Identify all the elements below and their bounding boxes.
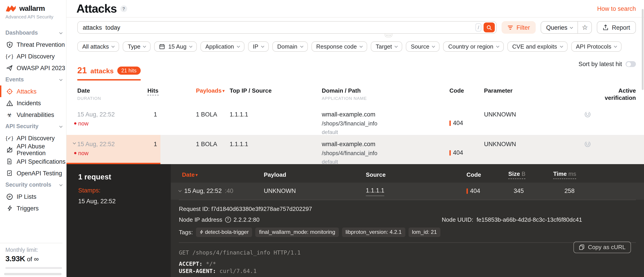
active-verification-cell[interactable] (584, 141, 636, 165)
chevron-down-icon (614, 45, 617, 48)
request-row[interactable]: 15 Aug, 22:52:40 UNKNOWN 1.1.1.1 404 345… (171, 182, 644, 199)
col-domain: Domain / Path APPLICATION NAME (322, 87, 450, 102)
how-to-search-link[interactable]: How to search (597, 5, 636, 12)
search-query-text[interactable]: attacks today (83, 24, 476, 31)
tag-libproton-version[interactable]: libproton_version: 4.2.1 (342, 227, 405, 237)
attack-row-expanded[interactable]: 15 Aug, 22:52 now 1 1 BOLA 1.1.1.1 wmall… (66, 135, 644, 164)
col-payloads-sorted[interactable]: Payloads▾ (196, 87, 230, 102)
filter-chip-ip[interactable]: IP (248, 41, 269, 52)
bolt-icon (6, 205, 13, 211)
checklist-icon (6, 170, 13, 176)
search-button[interactable] (484, 23, 495, 32)
sidebar-item-api-abuse-prevention[interactable]: API Abuse Prevention (0, 144, 66, 156)
sidebar-item-api-discovery[interactable]: {✓} API Discovery (0, 50, 66, 62)
slash-shortcut-hint: / (476, 23, 481, 32)
horizontal-scrollbar[interactable] (4, 273, 62, 275)
attack-status: now (74, 120, 148, 127)
attack-payloads: 1 BOLA (196, 141, 230, 165)
sidebar-section-security-controls[interactable]: Security controls (0, 179, 66, 191)
stamp-value: 15 Aug, 22:52 (78, 198, 171, 204)
filter-chip-application[interactable]: Application (200, 41, 244, 52)
sidebar-item-api-specifications[interactable]: API Specifications (0, 156, 66, 167)
sidebar-item-incidents[interactable]: Incidents (0, 97, 66, 109)
report-button[interactable]: Report (597, 21, 636, 34)
vertical-scrollbar[interactable] (642, 9, 644, 90)
active-verification-cell[interactable] (584, 111, 636, 135)
tag-final-wallarm-mode[interactable]: final_wallarm_mode: monitoring (256, 227, 339, 237)
favorite-star-button[interactable]: ☆ (578, 22, 592, 33)
monthly-of: of (27, 255, 32, 262)
filter-chip-source[interactable]: Source (406, 41, 440, 52)
request-source[interactable]: 1.1.1.1 (366, 187, 384, 196)
col-date-sorted[interactable]: Date▾ (179, 171, 264, 178)
brand-logo[interactable]: wallarm (0, 0, 66, 13)
sidebar-item-vulnerabilities[interactable]: ☣ Vulnerabilities (0, 109, 66, 121)
sort-toggle[interactable] (626, 61, 636, 67)
monthly-used: 3.93K (6, 254, 25, 263)
node-ip-line: Node IP address ? 2.2.2.2:80 (179, 216, 442, 223)
attacks-table-header: Date DURATION Hits Payloads▾ Top IP / So… (66, 84, 644, 106)
chevron-down-icon (59, 124, 62, 127)
filter-chip-country[interactable]: Country or region (443, 41, 504, 52)
filter-chip-domain[interactable]: Domain (272, 41, 308, 52)
filter-button[interactable]: Filter (502, 21, 536, 34)
sidebar-item-threat-prevention[interactable]: Threat Prevention (0, 39, 66, 50)
queries-dropdown[interactable]: Queries (541, 22, 578, 33)
requests-table-header: Date▾ Payload Source Code Size B Time ms (179, 164, 636, 179)
attack-row[interactable]: 15 Aug, 22:52 now 1 1 BOLA 1.1.1.1 wmall… (66, 106, 644, 135)
attack-top-ip: 1.1.1.1 (230, 111, 322, 135)
attack-detail-panel: 1 request Stamps: 15 Aug, 22:52 Date▾ Pa… (66, 164, 644, 277)
chevron-down-icon (59, 31, 62, 34)
col-time[interactable]: Time ms (550, 170, 636, 179)
ip-circle-icon: IP (6, 193, 13, 200)
request-meta: Request ID: f7d1840d63380e3f9278ae757d20… (179, 200, 636, 237)
sidebar-item-openapi-testing[interactable]: OpenAPI Testing (0, 167, 66, 179)
tag-lom-id[interactable]: lom_id: 21 (408, 227, 440, 237)
document-icon (6, 158, 13, 165)
filter-chip-type[interactable]: Type (123, 41, 151, 52)
search-resize-handle[interactable] (385, 34, 392, 37)
attacks-count: 21 (77, 66, 87, 76)
col-payload: Payload (264, 171, 366, 178)
chevron-down-icon[interactable] (178, 189, 182, 192)
live-dot-icon (74, 122, 76, 125)
request-id-value: f7d1840d63380e3f9278ae757d202297 (212, 205, 312, 212)
sidebar-item-label: OpenAPI Testing (17, 170, 62, 176)
sidebar-section-events[interactable]: Events (0, 74, 66, 85)
filter-chip-api-protocols[interactable]: API Protocols (571, 41, 622, 52)
copy-as-curl-button[interactable]: Copy as cURL (574, 241, 631, 253)
sidebar-section-dashboards[interactable]: Dashboards (0, 27, 66, 39)
monthly-limit-value: 3.93Kof ∞ (6, 254, 62, 263)
chevron-down-icon (360, 45, 363, 48)
sidebar-item-label: API Specifications (17, 158, 66, 165)
requests-count: 1 request (78, 172, 171, 181)
filter-chip-cve[interactable]: CVE and exploits (508, 41, 568, 52)
page-header: Attacks ? How to search (66, 0, 644, 18)
detail-summary: 1 request Stamps: 15 Aug, 22:52 (66, 164, 171, 277)
attack-parameter: UNKNOWN (484, 111, 584, 135)
tag-detect-bola-trigger[interactable]: detect-bola-trigger (196, 227, 252, 237)
col-source: Source (366, 171, 466, 178)
sidebar-section-api-security[interactable]: API Security (0, 121, 66, 132)
sidebar-item-api-discovery-2[interactable]: {✓} API Discovery (0, 132, 66, 144)
search-input[interactable]: attacks today / (77, 21, 496, 34)
filter-chip-date[interactable]: 15 Aug (154, 41, 197, 52)
sidebar-item-attacks[interactable]: Attacks (0, 85, 66, 97)
node-uuid-line: Node UUID: fe15853b-a66b-4d2d-8c3c-13cf6… (442, 216, 636, 223)
sidebar-item-ip-lists[interactable]: IP IP Lists (0, 191, 66, 202)
sidebar-item-owasp-api-2023[interactable]: OWASP API 2023 (0, 62, 66, 74)
request-code: 404 (466, 187, 505, 194)
sidebar-item-triggers[interactable]: Triggers (0, 202, 66, 214)
help-circle-icon[interactable]: ? (225, 216, 231, 222)
request-id-line: Request ID: f7d1840d63380e3f9278ae757d20… (179, 205, 636, 212)
attacks-count-tab[interactable]: 21 attacks 21 hits (77, 66, 140, 81)
filter-chip-target[interactable]: Target (371, 41, 402, 52)
col-size[interactable]: Size B (505, 170, 550, 179)
filter-chip-response-code[interactable]: Response code (311, 41, 367, 52)
report-button-label: Report (612, 24, 630, 31)
col-hits[interactable]: Hits (148, 87, 196, 102)
results-header: 21 attacks 21 hits Sort by latest hit (66, 61, 644, 81)
filter-chip-all-attacks[interactable]: All attacks (77, 41, 119, 52)
help-icon[interactable]: ? (120, 5, 127, 12)
brand-subtitle: Advanced API Security (0, 13, 66, 19)
